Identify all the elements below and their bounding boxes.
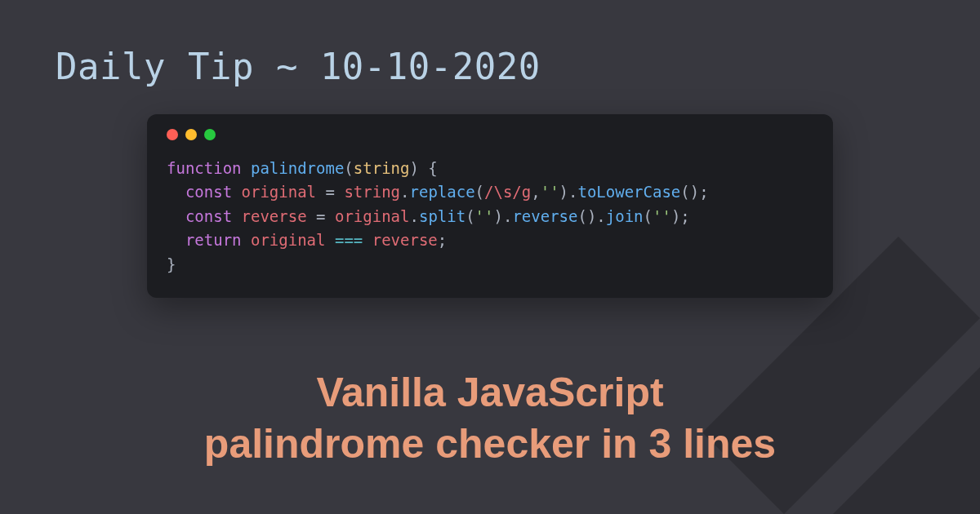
page-header: Daily Tip ~ 10-10-2020 (56, 46, 541, 87)
header-text: Daily Tip ~ 10-10-2020 (56, 46, 541, 87)
code-window: function palindrome(string) { const orig… (147, 114, 833, 298)
title-line-1: Vanilla JavaScript (49, 367, 931, 419)
close-icon (167, 129, 178, 140)
title-line-2: palindrome checker in 3 lines (49, 419, 931, 470)
article-title: Vanilla JavaScript palindrome checker in… (0, 367, 980, 469)
window-traffic-lights (167, 129, 813, 140)
maximize-icon (204, 129, 216, 140)
code-block: function palindrome(string) { const orig… (167, 157, 813, 277)
minimize-icon (185, 129, 197, 140)
